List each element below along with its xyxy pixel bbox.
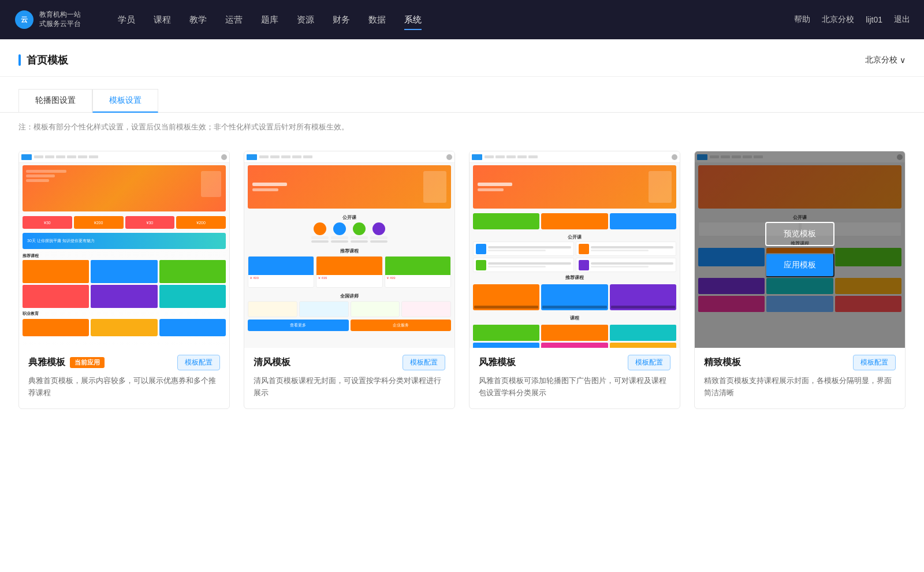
- nav-item-students[interactable]: 学员: [118, 12, 135, 28]
- template-desc-2: 清风首页模板课程无封面，可设置按学科分类对课程进行展示: [254, 375, 445, 399]
- template-card-4[interactable]: 公开课 推荐课程 课程: [694, 151, 906, 409]
- branch-link[interactable]: 北京分校: [822, 14, 854, 25]
- template-footer-1: 典雅模板 当前应用 模板配置 典雅首页模板，展示内容较多，可以展示优惠券和多个推…: [19, 348, 229, 408]
- templates-grid: ¥30 ¥200 ¥30 ¥200 30天 让你摆脱平庸 知识使你更有魅力 推荐…: [0, 137, 924, 432]
- apply-template-button[interactable]: 应用模板: [765, 253, 834, 277]
- config-button-2[interactable]: 模板配置: [403, 355, 445, 370]
- nav-item-questions[interactable]: 题库: [261, 12, 278, 28]
- chevron-down-icon: ∨: [900, 55, 906, 65]
- template-preview-1: ¥30 ¥200 ¥30 ¥200 30天 让你摆脱平庸 知识使你更有魅力 推荐…: [19, 151, 229, 348]
- nav-item-operations[interactable]: 运营: [225, 12, 243, 28]
- nav-item-data[interactable]: 数据: [368, 12, 386, 28]
- template-preview-2: 公开课: [244, 151, 454, 348]
- note-bar: 注：模板有部分个性化样式设置，设置后仅当前模板生效；非个性化样式设置后针对所有模…: [0, 113, 924, 137]
- nav-item-teaching[interactable]: 教学: [189, 12, 207, 28]
- template-name-3: 风雅模板: [479, 356, 516, 369]
- page-header: 首页模板 北京分校 ∨: [0, 39, 924, 77]
- nav-right: 帮助 北京分校 lijt01 退出: [794, 14, 910, 25]
- template-desc-4: 精致首页模板支持课程展示封面，各模板分隔明显，界面简洁清晰: [704, 375, 896, 399]
- svg-text:云: 云: [21, 16, 28, 24]
- page-content: 首页模板 北京分校 ∨ 轮播图设置 模板设置 注：模板有部分个性化样式设置，设置…: [0, 39, 924, 572]
- logo-text: 教育机构一站 式服务云平台: [39, 10, 81, 28]
- template-desc-3: 风雅首页模板可添加轮播图下广告图片，可对课程及课程包设置学科分类展示: [479, 375, 670, 399]
- tab-carousel[interactable]: 轮播图设置: [18, 89, 92, 113]
- template-overlay-4: 预览模板 应用模板: [695, 151, 905, 348]
- template-card-3[interactable]: 公开课: [469, 151, 680, 409]
- template-footer-4: 精致模板 模板配置 精致首页模板支持课程展示封面，各模板分隔明显，界面简洁清晰: [695, 348, 905, 408]
- template-preview-3: 公开课: [470, 151, 680, 348]
- preview-template-button[interactable]: 预览模板: [765, 222, 834, 246]
- template-card-1[interactable]: ¥30 ¥200 ¥30 ¥200 30天 让你摆脱平庸 知识使你更有魅力 推荐…: [18, 151, 230, 409]
- tabs-container: 轮播图设置 模板设置: [0, 77, 924, 113]
- config-button-4[interactable]: 模板配置: [853, 355, 896, 370]
- nav-item-system[interactable]: 系统: [404, 12, 422, 28]
- template-card-2[interactable]: 公开课: [244, 151, 455, 409]
- nav-item-courses[interactable]: 课程: [154, 12, 171, 28]
- template-desc-1: 典雅首页模板，展示内容较多，可以展示优惠券和多个推荐课程: [28, 375, 220, 399]
- mini-logo-icon: [21, 154, 32, 160]
- template-name-2: 清风模板: [254, 356, 290, 369]
- user-menu[interactable]: lijt01: [866, 15, 882, 24]
- help-link[interactable]: 帮助: [794, 14, 810, 25]
- logo-icon: 云: [14, 9, 35, 30]
- branch-selector[interactable]: 北京分校 ∨: [865, 55, 906, 65]
- template-preview-4: 公开课 推荐课程 课程: [695, 151, 905, 348]
- current-badge: 当前应用: [70, 357, 105, 368]
- template-footer-2: 清风模板 模板配置 清风首页模板课程无封面，可设置按学科分类对课程进行展示: [244, 348, 454, 408]
- logo: 云 教育机构一站 式服务云平台: [14, 9, 95, 30]
- template-footer-3: 风雅模板 模板配置 风雅首页模板可添加轮播图下广告图片，可对课程及课程包设置学科…: [470, 348, 680, 408]
- tabs: 轮播图设置 模板设置: [18, 88, 906, 112]
- page-title: 首页模板: [18, 53, 68, 67]
- logout-link[interactable]: 退出: [894, 14, 910, 25]
- template-name-1: 典雅模板 当前应用: [28, 356, 105, 369]
- tab-template[interactable]: 模板设置: [92, 89, 158, 113]
- config-button-1[interactable]: 模板配置: [177, 355, 220, 370]
- nav-item-resources[interactable]: 资源: [297, 12, 314, 28]
- config-button-3[interactable]: 模板配置: [628, 355, 670, 370]
- top-nav: 云 教育机构一站 式服务云平台 学员 课程 教学 运营 题库 资源 财务 数据 …: [0, 0, 924, 39]
- nav-menu: 学员 课程 教学 运营 题库 资源 财务 数据 系统: [118, 12, 794, 28]
- nav-item-finance[interactable]: 财务: [333, 12, 350, 28]
- template-name-4: 精致模板: [704, 356, 741, 369]
